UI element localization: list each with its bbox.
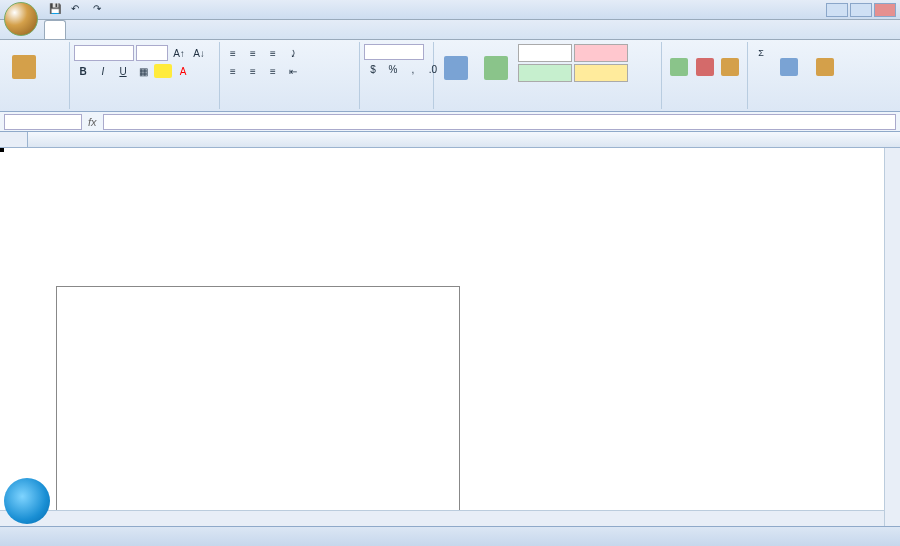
horizontal-scrollbar[interactable]	[0, 510, 884, 526]
maximize-button[interactable]	[850, 3, 872, 17]
sort-icon	[780, 58, 798, 76]
qat-undo-icon[interactable]: ↶	[70, 2, 88, 18]
format-icon	[721, 58, 739, 76]
status-bar	[0, 526, 900, 546]
group-font-label	[74, 105, 215, 107]
merge-button[interactable]	[304, 62, 322, 80]
grow-font-icon[interactable]: A↑	[170, 44, 188, 62]
watermark	[4, 478, 57, 524]
autosum-button[interactable]: Σ	[752, 44, 770, 62]
group-align-label	[224, 105, 355, 107]
table-format-button[interactable]	[478, 44, 514, 92]
percent-icon[interactable]: %	[384, 60, 402, 78]
insert-cell-button[interactable]	[666, 44, 692, 92]
qat-save-icon[interactable]: 💾	[48, 2, 66, 18]
comma-icon[interactable]: ,	[404, 60, 422, 78]
chart-title	[57, 287, 459, 299]
tab-formulas[interactable]	[106, 20, 126, 39]
orientation-icon[interactable]: ⤸	[284, 44, 302, 62]
wrap-text-button[interactable]	[304, 44, 322, 62]
clear-button[interactable]	[752, 82, 770, 100]
pie-chart	[77, 329, 251, 503]
qat-redo-icon[interactable]: ↷	[92, 2, 110, 18]
embedded-chart[interactable]	[56, 286, 460, 522]
insert-icon	[670, 58, 688, 76]
name-box[interactable]	[4, 114, 82, 130]
paste-icon	[12, 55, 36, 79]
select-all-corner[interactable]	[0, 132, 28, 147]
currency-icon[interactable]: $	[364, 60, 382, 78]
delete-cell-button[interactable]	[692, 44, 718, 92]
vertical-scrollbar[interactable]	[884, 148, 900, 526]
bold-button[interactable]: B	[74, 62, 92, 80]
group-number-label	[364, 105, 429, 107]
title-bar: 💾 ↶ ↷	[0, 0, 900, 20]
group-styles-label	[438, 105, 657, 107]
italic-button[interactable]: I	[94, 62, 112, 80]
cond-format-icon	[444, 56, 468, 80]
style-good[interactable]	[518, 64, 572, 82]
find-select-button[interactable]	[808, 44, 842, 92]
formula-bar[interactable]	[103, 114, 896, 130]
minimize-button[interactable]	[826, 3, 848, 17]
align-mid-icon[interactable]: ≡	[244, 44, 262, 62]
find-icon	[816, 58, 834, 76]
tab-review[interactable]	[146, 20, 166, 39]
group-cells-label	[666, 105, 743, 107]
group-clipboard-label	[8, 105, 65, 107]
ribbon-tabs	[0, 20, 900, 40]
worksheet-area	[0, 132, 900, 522]
indent-dec-icon[interactable]: ⇤	[284, 62, 302, 80]
number-format-select[interactable]	[364, 44, 424, 60]
tab-home[interactable]	[44, 20, 66, 39]
delete-icon	[696, 58, 714, 76]
group-editing-label	[752, 105, 880, 107]
sort-filter-button[interactable]	[772, 44, 806, 92]
tab-insert[interactable]	[66, 20, 86, 39]
underline-button[interactable]: U	[114, 62, 132, 80]
fill-color-button[interactable]	[154, 64, 172, 78]
align-right-icon[interactable]: ≡	[264, 62, 282, 80]
watermark-logo-icon	[4, 478, 50, 524]
align-center-icon[interactable]: ≡	[244, 62, 262, 80]
tab-addins[interactable]	[186, 20, 206, 39]
format-cell-button[interactable]	[717, 44, 743, 92]
column-headers	[0, 132, 900, 148]
close-button[interactable]	[874, 3, 896, 17]
style-bad[interactable]	[574, 44, 628, 62]
tab-view[interactable]	[166, 20, 186, 39]
shrink-font-icon[interactable]: A↓	[190, 44, 208, 62]
fx-icon[interactable]: fx	[88, 116, 97, 128]
tab-layout[interactable]	[86, 20, 106, 39]
font-name-select[interactable]	[74, 45, 134, 61]
align-top-icon[interactable]: ≡	[224, 44, 242, 62]
fill-button[interactable]	[752, 63, 770, 81]
ribbon: A↑ A↓ B I U ▦ A ≡ ≡ ≡ ⤸ ≡ ≡ ≡ ⇤	[0, 40, 900, 112]
paste-button[interactable]	[8, 44, 40, 92]
style-neutral[interactable]	[574, 64, 628, 82]
style-normal[interactable]	[518, 44, 572, 62]
tab-data[interactable]	[126, 20, 146, 39]
cell-selection	[0, 148, 4, 152]
align-left-icon[interactable]: ≡	[224, 62, 242, 80]
quick-access-toolbar: 💾 ↶ ↷	[48, 2, 110, 18]
border-button[interactable]: ▦	[134, 62, 152, 80]
formula-bar-row: fx	[0, 112, 900, 132]
cond-format-button[interactable]	[438, 44, 474, 92]
font-color-button[interactable]: A	[174, 62, 192, 80]
office-button[interactable]	[4, 2, 38, 36]
align-bot-icon[interactable]: ≡	[264, 44, 282, 62]
table-format-icon	[484, 56, 508, 80]
font-size-select[interactable]	[136, 45, 168, 61]
